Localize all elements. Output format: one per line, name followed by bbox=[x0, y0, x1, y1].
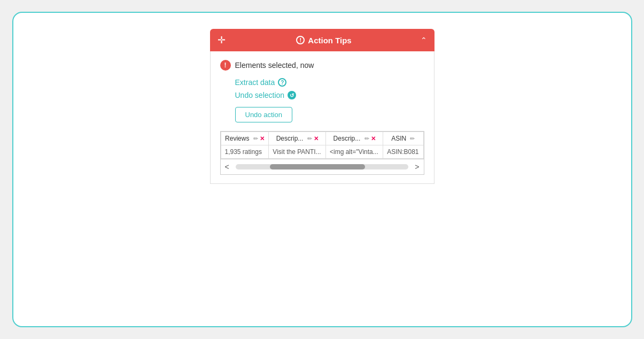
scroll-bar-area: < > bbox=[220, 159, 424, 175]
edit-icon-reviews[interactable]: ✏ bbox=[253, 135, 258, 142]
undo-selection-help-icon[interactable]: ↺ bbox=[288, 91, 296, 99]
panel-header-left: ✛ bbox=[218, 34, 228, 46]
panel-title: Action Tips bbox=[308, 36, 351, 45]
collapse-icon[interactable]: ⌃ bbox=[421, 36, 427, 44]
col-header-asin: ASIN ✏ bbox=[383, 132, 423, 145]
move-icon[interactable]: ✛ bbox=[218, 34, 226, 46]
scroll-track[interactable] bbox=[236, 164, 409, 170]
data-table-wrapper: Reviews ✏ ✕ Descrip... ✏ ✕ bbox=[220, 131, 424, 159]
data-table: Reviews ✏ ✕ Descrip... ✏ ✕ bbox=[221, 132, 424, 159]
col-header-reviews: Reviews ✏ ✕ bbox=[221, 132, 269, 145]
delete-icon-descrip2[interactable]: ✕ bbox=[371, 135, 376, 142]
delete-icon-reviews[interactable]: ✕ bbox=[260, 135, 265, 142]
panel-header-title: ! Action Tips bbox=[228, 36, 421, 45]
col-actions-descrip2: ✏ ✕ bbox=[364, 135, 376, 142]
panel-header: ✛ ! Action Tips ⌃ bbox=[210, 29, 434, 51]
cell-asin: ASIN:B081 bbox=[383, 145, 423, 159]
outer-card: ✛ ! Action Tips ⌃ ! Elements selected, n… bbox=[12, 12, 632, 327]
panel-body: ! Elements selected, now Extract data ? … bbox=[210, 51, 434, 184]
cell-reviews: 1,935 ratings bbox=[221, 145, 269, 159]
undo-action-button[interactable]: Undo action bbox=[235, 107, 292, 122]
cell-descrip1: Visit the PANTI... bbox=[269, 145, 326, 159]
extract-data-label: Extract data bbox=[235, 78, 275, 87]
edit-icon-descrip1[interactable]: ✏ bbox=[307, 135, 312, 142]
delete-icon-descrip1[interactable]: ✕ bbox=[314, 135, 319, 142]
info-circle-icon: ! bbox=[296, 36, 305, 44]
action-tips-panel: ✛ ! Action Tips ⌃ ! Elements selected, n… bbox=[210, 29, 434, 184]
col-header-descrip1: Descrip... ✏ ✕ bbox=[269, 132, 326, 145]
table-header-row: Reviews ✏ ✕ Descrip... ✏ ✕ bbox=[221, 132, 423, 145]
status-icon: ! bbox=[220, 60, 231, 71]
col-actions-descrip1: ✏ ✕ bbox=[307, 135, 319, 142]
scroll-thumb bbox=[270, 164, 365, 170]
edit-icon-asin[interactable]: ✏ bbox=[410, 135, 415, 142]
scroll-right-arrow[interactable]: > bbox=[413, 163, 421, 171]
edit-icon-descrip2[interactable]: ✏ bbox=[364, 135, 369, 142]
col-actions-asin: ✏ bbox=[410, 135, 415, 142]
col-actions-reviews: ✏ ✕ bbox=[253, 135, 265, 142]
status-message: Elements selected, now bbox=[235, 61, 314, 70]
extract-help-icon[interactable]: ? bbox=[278, 78, 286, 87]
table-row: 1,935 ratings Visit the PANTI... <img al… bbox=[221, 145, 423, 159]
cell-descrip2: <img alt="Vinta... bbox=[325, 145, 383, 159]
status-row: ! Elements selected, now bbox=[220, 60, 424, 71]
scroll-left-arrow[interactable]: < bbox=[223, 163, 231, 171]
col-header-descrip2: Descrip... ✏ ✕ bbox=[325, 132, 383, 145]
extract-data-link[interactable]: Extract data ? bbox=[220, 78, 424, 87]
undo-selection-label: Undo selection bbox=[235, 91, 285, 99]
undo-selection-link[interactable]: Undo selection ↺ bbox=[220, 91, 424, 99]
